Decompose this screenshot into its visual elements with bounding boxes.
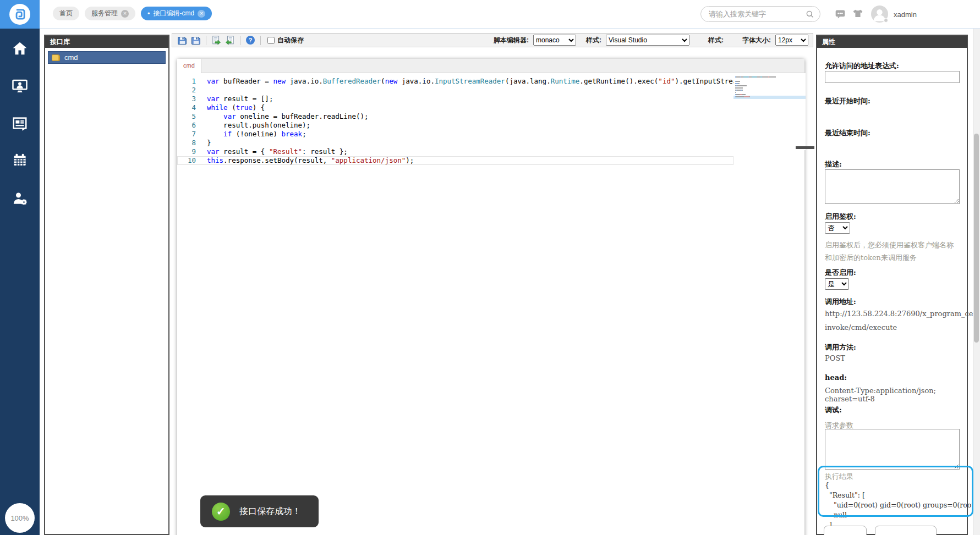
code-line[interactable]: 10this.response.setBody(result, "applica… bbox=[177, 156, 733, 165]
tab-interface-edit-cmd[interactable]: • 接口编辑-cmd × bbox=[141, 7, 212, 20]
properties-body: 允许访问的地址表达式: 最近开始时间: 最近结束时间: 描述: 启用鉴权: 否 … bbox=[817, 48, 967, 534]
script-editor-label: 脚本编辑器: bbox=[494, 36, 529, 45]
code-line[interactable]: 4while (true) { bbox=[177, 103, 733, 112]
user-monitor-icon[interactable] bbox=[12, 78, 28, 94]
avatar-status-dot bbox=[884, 18, 888, 23]
font-size-select[interactable]: 12px bbox=[775, 35, 808, 46]
invoke-url-line1: http://123.58.224.8:27690/x_program_cent… bbox=[825, 310, 960, 318]
tab-service-label: 服务管理 bbox=[91, 9, 118, 18]
invoke-url-line2: invoke/cmd/execute bbox=[825, 323, 960, 332]
script-editor-select[interactable]: monaco bbox=[533, 35, 576, 46]
code-line[interactable]: 1var bufReader = new java.io.BufferedRea… bbox=[177, 77, 733, 86]
request-params-textarea[interactable] bbox=[825, 429, 960, 470]
auth-select[interactable]: 否 bbox=[825, 222, 850, 234]
save-success-toast: ✓ 接口保存成功！ bbox=[200, 495, 319, 527]
editor-tab-cmd[interactable]: cmd bbox=[177, 59, 201, 73]
tab-interface-edit-close-icon[interactable]: × bbox=[198, 10, 205, 18]
editor-minimap[interactable] bbox=[733, 73, 806, 150]
description-label: 描述: bbox=[825, 159, 960, 169]
properties-panel: 属性 允许访问的地址表达式: 最近开始时间: 最近结束时间: 描述: 启用鉴权:… bbox=[816, 35, 968, 535]
description-textarea[interactable] bbox=[825, 169, 960, 204]
font-size-label: 字体大小: bbox=[742, 36, 771, 45]
address-expression-label: 允许访问的地址表达式: bbox=[825, 61, 960, 71]
code-line[interactable]: 7 if (!oneline) break; bbox=[177, 130, 733, 139]
tab-interface-edit-label: 接口编辑-cmd bbox=[154, 9, 195, 18]
head-label: head: bbox=[825, 373, 960, 382]
theme-tshirt-icon[interactable] bbox=[852, 9, 864, 20]
last-start-time-label: 最近开始时间: bbox=[825, 96, 960, 106]
user-settings-icon[interactable] bbox=[12, 190, 28, 206]
code-line[interactable]: 2 bbox=[177, 86, 733, 95]
code-line[interactable]: 9var result = { "Result": result }; bbox=[177, 147, 733, 156]
app-root: 首页 服务管理 × • 接口编辑-cmd × bbox=[0, 0, 980, 535]
unsaved-dot-icon: • bbox=[147, 9, 150, 18]
code-lines[interactable]: 1var bufReader = new java.io.BufferedRea… bbox=[177, 73, 733, 535]
panel-splitter-handle[interactable] bbox=[796, 146, 814, 149]
editor-toolbar: ? 自动保存 脚本编辑器: monaco 样式: Visual Studio 样… bbox=[172, 33, 813, 47]
code-editor: cmd 1var bufReader = new java.io.Buffere… bbox=[177, 59, 804, 535]
invoke-url-label: 调用地址: bbox=[825, 297, 960, 307]
minimap-rows bbox=[735, 76, 804, 97]
address-expression-input[interactable] bbox=[825, 71, 960, 83]
style-select[interactable]: Visual Studio bbox=[606, 35, 689, 46]
calendar-icon[interactable] bbox=[12, 152, 28, 168]
properties-panel-title: 属性 bbox=[817, 36, 967, 48]
invoke-method-value: POST bbox=[825, 354, 960, 362]
home-icon[interactable] bbox=[12, 40, 28, 57]
library-item-label: cmd bbox=[64, 53, 78, 62]
auth-hint-text: 启用鉴权后，您必须使用鉴权客户端名称和加密后的token来调用服务 bbox=[825, 239, 960, 264]
editor-tabstrip: cmd bbox=[177, 59, 804, 73]
message-icon[interactable] bbox=[834, 9, 846, 20]
import-button[interactable] bbox=[211, 35, 222, 46]
help-button[interactable]: ? bbox=[245, 35, 256, 46]
nav-sidebar: 100% bbox=[0, 29, 40, 535]
code-line[interactable]: 8} bbox=[177, 139, 733, 147]
autosave-label: 自动保存 bbox=[277, 36, 304, 45]
page-scrollbar-thumb[interactable] bbox=[974, 134, 979, 343]
code-line[interactable]: 3var result = []; bbox=[177, 95, 733, 103]
debug-action-button-2[interactable] bbox=[875, 526, 937, 535]
code-line[interactable]: 6 result.push(oneline); bbox=[177, 121, 733, 130]
auth-label: 启用鉴权: bbox=[825, 212, 960, 222]
style-label: 样式: bbox=[586, 36, 601, 45]
tab-home-label: 首页 bbox=[59, 9, 73, 18]
export-button[interactable] bbox=[225, 35, 236, 46]
save-as-button[interactable] bbox=[190, 35, 201, 46]
tab-service-management[interactable]: 服务管理 × bbox=[85, 7, 135, 20]
enabled-label: 是否启用: bbox=[825, 268, 960, 278]
autosave-checkbox[interactable] bbox=[267, 37, 275, 44]
news-document-icon[interactable] bbox=[12, 115, 28, 131]
script-scroll-icon bbox=[52, 54, 60, 61]
toolbar-separator bbox=[260, 36, 261, 45]
invoke-method-label: 调用方法: bbox=[825, 343, 960, 352]
toolbar-right-group: 脚本编辑器: monaco 样式: Visual Studio 样式: 字体大小… bbox=[488, 35, 808, 46]
search-icon[interactable] bbox=[806, 9, 814, 19]
top-bar: 首页 服务管理 × • 接口编辑-cmd × bbox=[0, 0, 980, 29]
save-button[interactable] bbox=[177, 35, 188, 46]
library-item-cmd[interactable]: cmd bbox=[48, 51, 166, 64]
library-panel-title: 接口库 bbox=[45, 36, 168, 48]
logo-icon bbox=[9, 4, 30, 25]
success-check-icon: ✓ bbox=[212, 503, 230, 521]
last-end-time-label: 最近结束时间: bbox=[825, 128, 960, 138]
zoom-level-badge[interactable]: 100% bbox=[5, 503, 35, 533]
app-logo[interactable] bbox=[0, 0, 40, 29]
tab-home[interactable]: 首页 bbox=[53, 7, 79, 20]
interface-library-panel: 接口库 cmd bbox=[44, 35, 169, 535]
autosave-toggle: 自动保存 bbox=[267, 36, 304, 45]
head-value: Content-Type:application/json; charset=u… bbox=[825, 387, 960, 403]
enabled-select[interactable]: 是 bbox=[825, 278, 849, 290]
debug-action-button-1[interactable] bbox=[824, 526, 867, 535]
username-label[interactable]: xadmin bbox=[894, 10, 917, 19]
tab-service-close-icon[interactable]: × bbox=[121, 10, 129, 18]
search-input[interactable] bbox=[709, 10, 806, 18]
open-tabs: 首页 服务管理 × • 接口编辑-cmd × bbox=[53, 7, 212, 20]
toolbar-separator bbox=[206, 36, 206, 45]
toolbar-separator bbox=[240, 36, 240, 45]
debug-label: 调试: bbox=[825, 405, 960, 415]
style2-label: 样式: bbox=[708, 36, 724, 45]
help-icon: ? bbox=[246, 36, 255, 45]
global-search bbox=[700, 6, 820, 22]
toast-message: 接口保存成功！ bbox=[239, 506, 301, 517]
code-line[interactable]: 5 var oneline = bufReader.readLine(); bbox=[177, 112, 733, 121]
